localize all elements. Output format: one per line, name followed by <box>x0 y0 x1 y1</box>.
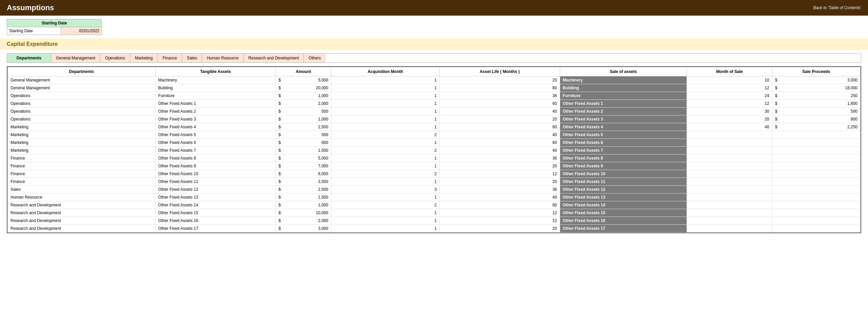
cell-acq-month[interactable]: 1 <box>331 108 440 115</box>
cell-asset-life[interactable]: 20 <box>439 76 560 84</box>
cell-acq-month[interactable]: 1 <box>331 225 440 233</box>
cell-month-of-sale[interactable] <box>687 170 772 178</box>
tab-human-resource[interactable]: Human Resource <box>202 54 243 62</box>
cell-acq-month[interactable]: 1 <box>331 123 440 131</box>
cell-month-of-sale[interactable] <box>687 217 772 225</box>
cell-sale-proceeds[interactable] <box>772 170 860 178</box>
cell-acq-month[interactable]: 1 <box>331 154 440 162</box>
cell-amount[interactable]: $2,500 <box>276 186 331 194</box>
cell-asset-life[interactable]: 60 <box>439 100 560 108</box>
cell-month-of-sale[interactable]: 30 <box>687 108 772 115</box>
cell-asset-life[interactable]: 12 <box>439 170 560 178</box>
tab-research-development[interactable]: Research and Development <box>244 54 304 62</box>
tab-finance[interactable]: Finance <box>158 54 182 62</box>
cell-sale-proceeds[interactable] <box>772 162 860 170</box>
cell-amount[interactable]: $1,500 <box>276 147 331 154</box>
cell-sale-proceeds[interactable]: $18,000 <box>772 84 860 92</box>
cell-asset-life[interactable]: 36 <box>439 186 560 194</box>
cell-asset-life[interactable]: 40 <box>439 194 560 201</box>
cell-amount[interactable]: $5,000 <box>276 154 331 162</box>
cell-sale-asset[interactable]: Other Fixed Assets 4 <box>560 123 687 131</box>
cell-sale-asset[interactable]: Other Fixed Assets 17 <box>560 225 687 233</box>
cell-asset-life[interactable]: 60 <box>439 139 560 147</box>
cell-amount[interactable]: $8,000 <box>276 170 331 178</box>
cell-month-of-sale[interactable] <box>687 139 772 147</box>
cell-acq-month[interactable]: 2 <box>331 147 440 154</box>
cell-acq-month[interactable]: 1 <box>331 100 440 108</box>
cell-sale-proceeds[interactable]: $3,000 <box>772 76 860 84</box>
tab-general-management[interactable]: General Management <box>51 54 100 62</box>
starting-date-value[interactable]: 02/01/2022 <box>61 27 101 35</box>
cell-asset-life[interactable]: 40 <box>439 108 560 115</box>
cell-sale-proceeds[interactable] <box>772 209 860 217</box>
cell-sale-asset[interactable]: Other Fixed Assets 11 <box>560 178 687 186</box>
cell-acq-month[interactable]: 1 <box>331 139 440 147</box>
cell-asset-life[interactable]: 20 <box>439 225 560 233</box>
cell-month-of-sale[interactable]: 10 <box>687 76 772 84</box>
cell-amount[interactable]: $3,500 <box>276 178 331 186</box>
cell-acq-month[interactable]: 1 <box>331 217 440 225</box>
tab-sales[interactable]: Sales <box>182 54 202 62</box>
cell-sale-proceeds[interactable]: $800 <box>772 115 860 123</box>
cell-month-of-sale[interactable] <box>687 194 772 201</box>
cell-month-of-sale[interactable] <box>687 154 772 162</box>
cell-amount[interactable]: $10,000 <box>276 209 331 217</box>
cell-sale-proceeds[interactable] <box>772 147 860 154</box>
cell-month-of-sale[interactable] <box>687 147 772 154</box>
cell-asset-life[interactable]: 12 <box>439 217 560 225</box>
cell-asset-life[interactable]: 36 <box>439 92 560 100</box>
cell-month-of-sale[interactable]: 24 <box>687 92 772 100</box>
cell-month-of-sale[interactable] <box>687 186 772 194</box>
cell-acq-month[interactable]: 2 <box>331 131 440 139</box>
cell-acq-month[interactable]: 3 <box>331 186 440 194</box>
cell-month-of-sale[interactable]: 40 <box>687 123 772 131</box>
cell-amount[interactable]: $3,000 <box>276 225 331 233</box>
cell-asset-life[interactable]: 40 <box>439 131 560 139</box>
cell-acq-month[interactable]: 1 <box>331 178 440 186</box>
cell-sale-asset[interactable]: Other Fixed Assets 13 <box>560 194 687 201</box>
cell-sale-asset[interactable]: Other Fixed Assets 16 <box>560 217 687 225</box>
cell-sale-asset[interactable]: Other Fixed Assets 9 <box>560 162 687 170</box>
cell-amount[interactable]: $20,000 <box>276 84 331 92</box>
cell-asset-life[interactable]: 40 <box>439 147 560 154</box>
cell-sale-proceeds[interactable] <box>772 139 860 147</box>
cell-acq-month[interactable]: 1 <box>331 194 440 201</box>
cell-amount[interactable]: $500 <box>276 131 331 139</box>
cell-month-of-sale[interactable] <box>687 162 772 170</box>
cell-asset-life[interactable]: 36 <box>439 154 560 162</box>
cell-sale-proceeds[interactable]: $2,250 <box>772 123 860 131</box>
cell-month-of-sale[interactable] <box>687 225 772 233</box>
cell-amount[interactable]: $1,000 <box>276 92 331 100</box>
cell-sale-asset[interactable]: Other Fixed Assets 7 <box>560 147 687 154</box>
cell-acq-month[interactable]: 1 <box>331 115 440 123</box>
cell-amount[interactable]: $2,500 <box>276 123 331 131</box>
cell-sale-proceeds[interactable] <box>772 186 860 194</box>
cell-sale-asset[interactable]: Other Fixed Assets 14 <box>560 201 687 209</box>
cell-sale-asset[interactable]: Other Fixed Assets 10 <box>560 170 687 178</box>
cell-sale-proceeds[interactable]: $250 <box>772 92 860 100</box>
cell-month-of-sale[interactable] <box>687 131 772 139</box>
cell-sale-asset[interactable]: Other Fixed Assets 6 <box>560 139 687 147</box>
tab-marketing[interactable]: Marketing <box>130 54 158 62</box>
cell-asset-life[interactable]: 20 <box>439 162 560 170</box>
cell-sale-asset[interactable]: Machinery <box>560 76 687 84</box>
cell-asset-life[interactable]: 80 <box>439 84 560 92</box>
tab-operations[interactable]: Operations <box>100 54 130 62</box>
cell-sale-asset[interactable]: Other Fixed Assets 5 <box>560 131 687 139</box>
cell-acq-month[interactable]: 1 <box>331 76 440 84</box>
cell-sale-asset[interactable]: Other Fixed Assets 8 <box>560 154 687 162</box>
cell-sale-proceeds[interactable]: $1,800 <box>772 100 860 108</box>
cell-amount[interactable]: $1,500 <box>276 194 331 201</box>
cell-acq-month[interactable]: 1 <box>331 209 440 217</box>
cell-month-of-sale[interactable]: 12 <box>687 100 772 108</box>
back-to-toc-link[interactable]: Back to 'Table of Contents' <box>813 5 861 10</box>
cell-sale-proceeds[interactable] <box>772 217 860 225</box>
cell-month-of-sale[interactable] <box>687 209 772 217</box>
cell-amount[interactable]: $2,000 <box>276 217 331 225</box>
cell-acq-month[interactable]: 1 <box>331 84 440 92</box>
cell-sale-asset[interactable]: Other Fixed Assets 1 <box>560 100 687 108</box>
cell-amount[interactable]: $1,000 <box>276 115 331 123</box>
cell-amount[interactable]: $7,000 <box>276 162 331 170</box>
cell-amount[interactable]: $1,000 <box>276 201 331 209</box>
cell-month-of-sale[interactable] <box>687 178 772 186</box>
